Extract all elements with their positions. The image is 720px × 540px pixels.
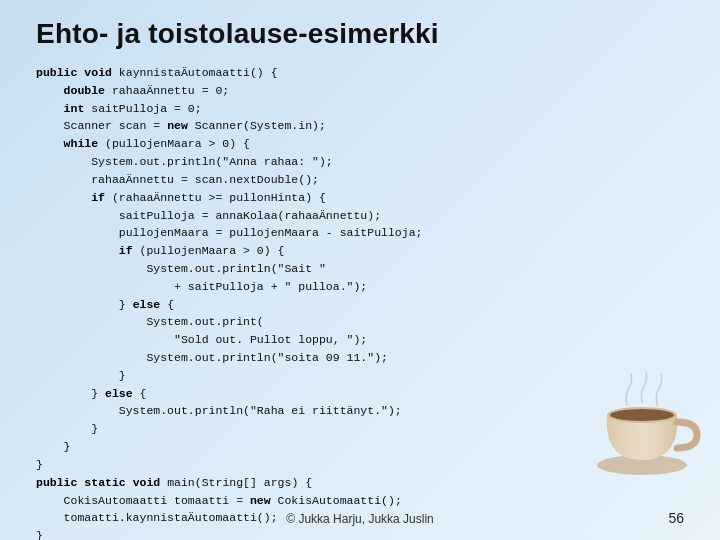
code-block: public void kaynnistaÄutomaatti() { doub… <box>36 64 684 540</box>
page-number: 56 <box>668 510 684 526</box>
footer: © Jukka Harju, Jukka Juslin <box>0 512 720 526</box>
svg-point-2 <box>610 409 674 421</box>
slide-title: Ehto- ja toistolause-esimerkki <box>36 18 684 50</box>
slide-container: Ehto- ja toistolause-esimerkki public vo… <box>0 0 720 540</box>
coffee-cup-decoration <box>592 370 702 480</box>
footer-text: © Jukka Harju, Jukka Juslin <box>286 512 434 526</box>
